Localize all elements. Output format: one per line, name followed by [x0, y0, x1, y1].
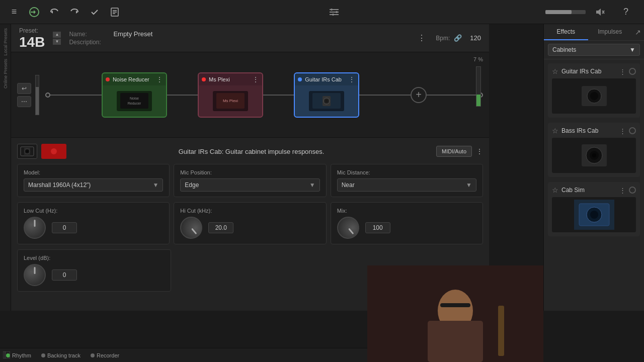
track-dots-button[interactable]: ⋯	[17, 96, 31, 107]
bpm-label: Bpm:	[436, 35, 450, 42]
hi-cut-control: Hi Cut (kHz): 20.0	[174, 202, 326, 244]
mic-position-dropdown[interactable]: Edge ▼	[180, 178, 319, 192]
chain-volume-slider[interactable]	[35, 75, 39, 115]
chain-line: Noise Reducer ⋮ Noise Reducer	[45, 72, 483, 118]
mic-distance-value: Near	[342, 182, 355, 189]
preset-number: 14B	[19, 35, 45, 49]
online-presets-label[interactable]: Online Presets	[3, 59, 8, 88]
sidebar-toggle-icon[interactable]	[3, 351, 10, 360]
preset-menu-button[interactable]: ⋮	[416, 32, 428, 44]
level-knob[interactable]	[24, 264, 46, 286]
cab-sim-more-button[interactable]: ⋮	[619, 187, 626, 194]
guitar-irs-more-button[interactable]: ⋮	[619, 68, 626, 75]
guitar-irs-toggle[interactable]	[629, 68, 636, 75]
svg-point-24	[26, 150, 28, 152]
plugin-thumb-red	[41, 144, 66, 159]
redo-icon[interactable]	[66, 4, 83, 20]
svg-text:Noise: Noise	[130, 97, 139, 100]
bass-irs-thumbnail	[552, 138, 636, 173]
preset-up-arrow[interactable]: ▲	[53, 32, 61, 38]
filter-dropdown-arrow: ▼	[629, 46, 635, 53]
cab-sim-toggle[interactable]	[629, 187, 636, 194]
model-dropdown[interactable]: Marshall 1960A (4x12") ▼	[24, 178, 163, 192]
level-control: Level (dB): 0	[17, 249, 171, 292]
local-presets-label[interactable]: Local Presets	[3, 28, 8, 56]
add-effect-button[interactable]: +	[411, 87, 427, 103]
bpm-value: 120	[470, 34, 481, 42]
mix-control: Mix: 100	[331, 202, 483, 244]
noise-reducer-body: Noise Reducer	[103, 85, 166, 117]
mic-distance-control: Mic Distance: Near ▼	[331, 164, 483, 197]
guitar-irs-status-dot	[298, 77, 302, 81]
guitar-irs-star[interactable]: ☆	[552, 67, 558, 75]
svg-text:Ms Plexi: Ms Plexi	[223, 99, 238, 103]
plugin-options-button[interactable]: ⋮	[476, 147, 483, 155]
cab-sim-item-name: Cab Sim	[561, 187, 616, 194]
svg-rect-47	[440, 303, 470, 307]
guitar-irs-menu[interactable]: ⋮	[348, 75, 355, 83]
cab-sim-thumbnail	[552, 197, 636, 232]
low-cut-value: 0	[52, 222, 77, 233]
ms-plexi-status-dot	[202, 77, 206, 81]
bottom-item-backing-track[interactable]: Backing track	[41, 352, 80, 358]
svg-point-20	[325, 100, 328, 103]
noise-reducer-name: Noise Reducer	[113, 76, 156, 82]
hi-cut-knob[interactable]	[176, 212, 207, 243]
bass-irs-toggle[interactable]	[629, 127, 636, 134]
chain-wire-2	[167, 95, 198, 96]
help-icon[interactable]: ?	[618, 4, 634, 20]
menu-icon[interactable]: ≡	[6, 4, 22, 20]
preset-down-arrow[interactable]: ▼	[53, 39, 61, 45]
svg-point-31	[590, 92, 598, 100]
tools-icon[interactable]	[326, 4, 342, 20]
mic-distance-dropdown[interactable]: Near ▼	[337, 178, 476, 192]
mic-position-arrow: ▼	[309, 182, 315, 189]
cab-sim-star[interactable]: ☆	[552, 186, 558, 194]
svg-point-7	[331, 9, 333, 11]
chain-input-connector	[45, 93, 50, 98]
chain-wire-5	[427, 95, 478, 96]
bpm-section: Bpm: 🔗	[436, 34, 462, 42]
bottom-item-recorder[interactable]: Recorder	[91, 352, 119, 358]
webcam-area	[367, 265, 543, 362]
noise-reducer-block[interactable]: Noise Reducer ⋮ Noise Reducer	[102, 72, 167, 118]
mute-icon[interactable]	[592, 4, 608, 20]
right-panel-expand-button[interactable]: ↗	[632, 24, 644, 40]
low-cut-knob[interactable]	[24, 217, 46, 239]
bass-irs-more-button[interactable]: ⋮	[619, 127, 626, 135]
bass-irs-star[interactable]: ☆	[552, 127, 558, 135]
desc-label: Description:	[69, 39, 109, 46]
undo-icon[interactable]	[46, 4, 62, 20]
webcam-feed	[367, 265, 543, 362]
guitar-irs-preview	[309, 91, 344, 111]
notes-icon[interactable]	[107, 4, 123, 20]
check-icon[interactable]	[87, 4, 103, 20]
back-icon[interactable]	[26, 4, 42, 20]
mic-distance-label: Mic Distance:	[337, 169, 476, 175]
plugin-thumb-cab	[17, 144, 37, 159]
filter-dropdown[interactable]: Cabinets ▼	[548, 44, 640, 56]
noise-reducer-status-dot	[106, 77, 110, 81]
chain-wire-4	[359, 95, 411, 96]
hi-cut-value: 20.0	[208, 222, 233, 233]
hi-cut-label: Hi Cut (kHz):	[180, 208, 319, 214]
mix-knob[interactable]	[333, 212, 364, 243]
volume-control[interactable]	[545, 10, 586, 14]
ms-plexi-block[interactable]: Ms Plexi ⋮ Ms Plexi	[198, 72, 263, 118]
noise-reducer-menu[interactable]: ⋮	[156, 75, 163, 83]
effect-item-guitar-irs-cab[interactable]: ☆ Guitar IRs Cab ⋮ Tolex	[548, 63, 640, 118]
guitar-irs-cab-block[interactable]: Guitar IRs Cab ⋮	[294, 72, 359, 118]
bpm-link-icon[interactable]: 🔗	[454, 34, 462, 42]
midi-auto-button[interactable]: MIDI/Auto	[436, 146, 472, 157]
track-power-button[interactable]: ↩	[17, 83, 31, 94]
tab-impulses[interactable]: Impulses	[588, 24, 632, 40]
ms-plexi-menu[interactable]: ⋮	[252, 75, 259, 83]
svg-point-8	[336, 11, 338, 13]
svg-point-40	[590, 211, 598, 219]
effect-item-cab-sim[interactable]: ☆ Cab Sim ⋮	[548, 182, 640, 236]
guitar-irs-thumbnail: Tolex	[552, 78, 636, 114]
tab-effects[interactable]: Effects	[544, 24, 588, 40]
name-label: Name:	[69, 31, 109, 38]
preset-name-value: Empty Preset	[113, 30, 152, 38]
effect-item-bass-irs-cab[interactable]: ☆ Bass IRs Cab ⋮	[548, 123, 640, 177]
